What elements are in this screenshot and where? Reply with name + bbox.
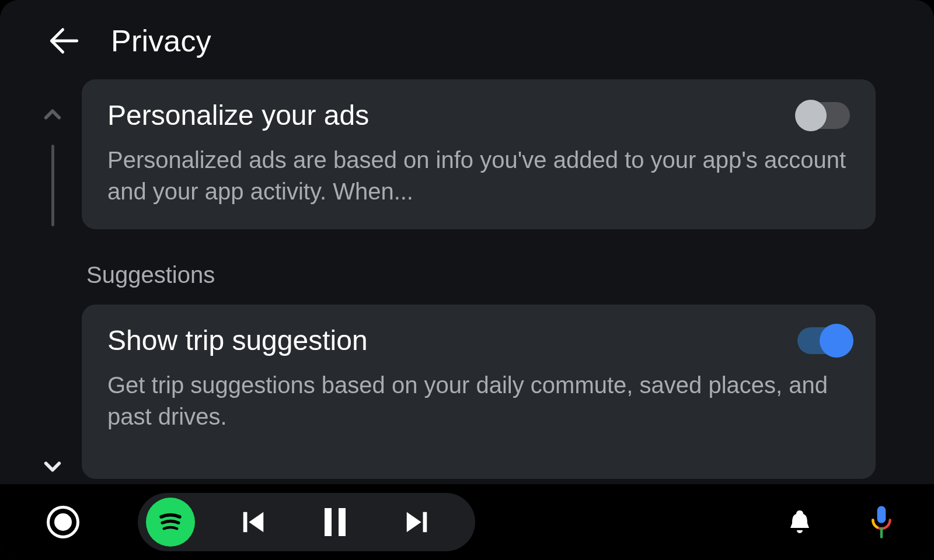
section-label-suggestions: Suggestions: [86, 262, 876, 288]
scroll-up-button[interactable]: [40, 102, 65, 127]
setting-personalize-ads[interactable]: Personalize your ads Personalized ads ar…: [82, 79, 876, 229]
scroll-track[interactable]: [51, 145, 54, 226]
previous-track-button[interactable]: [230, 509, 277, 536]
chevron-down-icon: [43, 457, 62, 477]
scroll-down-button[interactable]: [40, 454, 65, 480]
chevron-up-icon: [43, 104, 62, 124]
header: Privacy: [0, 0, 934, 65]
svg-rect-3: [877, 506, 886, 523]
toggle-trip-suggestion[interactable]: [797, 327, 850, 354]
settings-screen: Privacy Personalize your ads Personalize…: [0, 0, 934, 560]
home-button[interactable]: [47, 506, 79, 538]
arrow-left-icon: [47, 24, 81, 58]
setting-title: Show trip suggestion: [107, 324, 368, 356]
system-bar: [0, 484, 934, 560]
assistant-mic-icon: [869, 505, 894, 540]
pause-icon: [325, 508, 346, 536]
toggle-thumb: [820, 324, 853, 358]
next-track-button[interactable]: [393, 509, 440, 536]
page-title: Privacy: [111, 23, 211, 58]
settings-list: Personalize your ads Personalized ads ar…: [82, 79, 911, 480]
toggle-personalize-ads[interactable]: [797, 102, 850, 129]
settings-body: Personalize your ads Personalized ads ar…: [0, 65, 934, 480]
spotify-button[interactable]: [146, 498, 195, 547]
svg-rect-2: [423, 512, 427, 533]
back-button[interactable]: [46, 22, 83, 60]
skip-previous-icon: [240, 509, 267, 536]
spotify-icon: [155, 506, 186, 538]
scroll-indicator: [23, 79, 82, 480]
svg-rect-1: [243, 512, 248, 533]
assistant-button[interactable]: [864, 505, 899, 540]
setting-description: Personalized ads are based on info you'v…: [107, 144, 850, 207]
setting-title: Personalize your ads: [107, 99, 369, 131]
bell-icon: [786, 508, 814, 536]
media-controls-pill: [138, 493, 475, 551]
skip-next-icon: [403, 509, 430, 536]
setting-description: Get trip suggestions based on your daily…: [107, 369, 850, 432]
pause-button[interactable]: [312, 508, 358, 536]
setting-trip-suggestion[interactable]: Show trip suggestion Get trip suggestion…: [82, 304, 876, 479]
home-ring-icon: [54, 513, 72, 531]
toggle-thumb: [795, 100, 827, 131]
notifications-button[interactable]: [782, 505, 817, 540]
